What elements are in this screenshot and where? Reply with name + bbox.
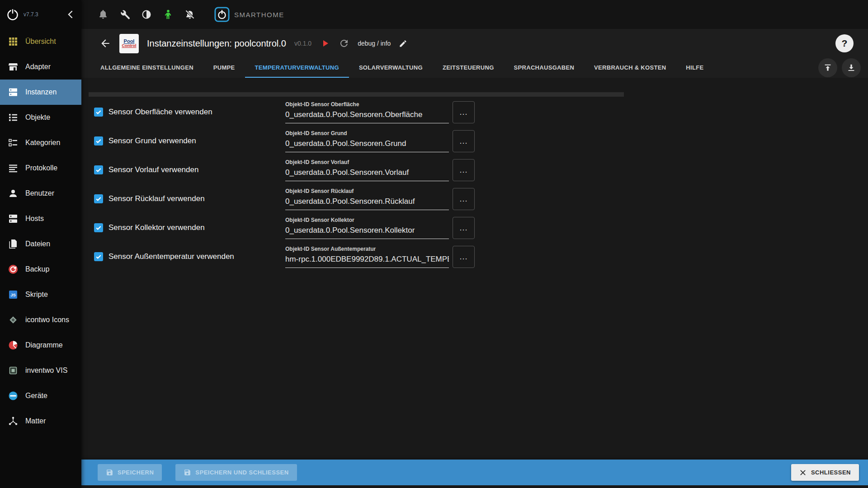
arrow-left-icon [99,38,111,49]
temperature-settings-form: Sensor Oberfläche verwenden Objekt-ID Se… [81,98,868,271]
settings-tabs: ALLGEMEINE EINSTELLUNGEN PUMPE TEMPERATU… [81,58,868,78]
sidebar-item-label: Instanzen [25,88,57,96]
sidebar-item-geraete[interactable]: Geräte [0,383,81,408]
sidebar-item-kategorien[interactable]: Kategorien [0,130,81,155]
expert-mode-icon[interactable] [163,9,174,20]
brand-name: SMARTHOME [234,11,284,19]
theme-contrast-icon[interactable] [141,9,152,20]
sidebar-item-backup[interactable]: Backup [0,257,81,282]
object-id-input[interactable]: 0_userdata.0.Pool.Sensoren.Kollektor [285,225,449,239]
sidebar-item-diagramme[interactable]: Diagramme [0,333,81,358]
instance-settings-header: Pool Control Instanzeinstellungen: poolc… [81,29,868,58]
log-level-label: debug / info [358,40,391,47]
adapter-logo: Pool Control [119,34,139,53]
sidebar-item-benutzer[interactable]: Benutzer [0,181,81,206]
tab-verbrauch-kosten[interactable]: VERBRAUCH & KOSTEN [584,58,676,78]
checkbox-sensor-grund[interactable] [94,136,103,145]
diamond-icon [8,314,19,325]
wrench-icon[interactable] [119,9,130,20]
backup-icon [8,264,19,275]
tab-sprachausgaben[interactable]: SPRACHAUSGABEN [504,58,585,78]
horizontal-scrollbar[interactable] [89,92,624,97]
sidebar-item-hosts[interactable]: Hosts [0,206,81,231]
object-id-input[interactable]: 0_userdata.0.Pool.Sensoren.Rücklauf [285,196,449,210]
sidebar-item-label: Protokolle [25,164,57,172]
object-id-input[interactable]: 0_userdata.0.Pool.Sensoren.Vorlauf [285,167,449,181]
close-button[interactable]: SCHLIESSEN [791,464,859,481]
reload-instance-button[interactable] [339,38,349,49]
object-id-input[interactable]: 0_userdata.0.Pool.Sensoren.Grund [285,138,449,152]
checkbox-sensor-vorlauf[interactable] [94,165,103,174]
form-row-aussentemperatur: Sensor Außentemperatur verwenden Objekt-… [81,242,868,271]
notifications-off-icon[interactable] [184,9,195,20]
form-row-kollektor: Sensor Kollektor verwenden Objekt-ID Sen… [81,213,868,242]
form-row-ruecklauf: Sensor Rücklauf verwenden Objekt-ID Sens… [81,184,868,213]
checkbox-label: Sensor Grund verwenden [108,136,196,145]
object-picker-button[interactable]: ... [453,217,475,239]
collapse-sidebar-button[interactable] [65,9,76,20]
object-id-input[interactable]: 0_userdata.0.Pool.Sensoren.Oberfläche [285,109,449,123]
checkbox-sensor-ruecklauf[interactable] [94,194,103,203]
pencil-icon [399,39,407,48]
tab-solarverwaltung[interactable]: SOLARVERWALTUNG [349,58,433,78]
sidebar-item-instanzen[interactable]: Instanzen [0,80,81,105]
sidebar-item-icontwo-icons[interactable]: icontwo Icons [0,307,81,333]
tab-pumpe[interactable]: PUMPE [203,58,245,78]
save-button-label: SPEICHERN [118,469,154,476]
sidebar-item-objekte[interactable]: Objekte [0,105,81,130]
sidebar-item-skripte[interactable]: JS Skripte [0,282,81,307]
sidebar: v7.7.3 Übersicht Adapter Instanzen Objek… [0,0,81,488]
back-button[interactable] [99,38,111,49]
iobroker-logo-icon [5,7,20,22]
form-row-grund: Sensor Grund verwenden Objekt-ID Sensor … [81,127,868,155]
object-picker-button[interactable]: ... [453,101,475,123]
object-picker-button[interactable]: ... [453,246,475,268]
bullet-list-icon [8,112,19,123]
object-picker-button[interactable]: ... [453,159,475,181]
sidebar-item-matter[interactable]: Matter [0,408,81,434]
object-id-input[interactable]: hm-rpc.1.000EDBE9992D89.1.ACTUAL_TEMPERA [285,253,449,268]
tab-temperaturverwaltung[interactable]: TEMPERATURVERWALTUNG [245,58,349,78]
sidebar-item-inventwo-vis[interactable]: inventwo VIS [0,358,81,383]
chevron-left-icon [65,9,76,20]
sidebar-item-label: Geräte [25,392,47,400]
sidebar-item-dateien[interactable]: Dateien [0,231,81,257]
checkbox-label: Sensor Außentemperatur verwenden [108,252,234,261]
sidebar-item-label: Objekte [25,113,50,122]
sidebar-item-label: Benutzer [25,189,54,197]
download-icon [846,63,856,73]
help-button[interactable]: ? [835,34,854,52]
save-icon [184,469,191,476]
admin-version: v7.7.3 [24,11,38,18]
file-copy-icon [8,239,19,249]
sidebar-item-label: Matter [25,417,46,425]
object-picker-button[interactable]: ... [453,188,475,210]
javascript-icon: JS [8,289,19,300]
matter-icon [8,416,19,427]
checkbox-sensor-aussentemperatur[interactable] [94,252,103,261]
field-label: Objekt-ID Sensor Vorlauf [285,159,449,165]
ballot-icon [8,137,19,148]
checkbox-sensor-kollektor[interactable] [94,223,103,232]
field-label: Objekt-ID Sensor Außentemperatur [285,246,449,252]
tab-allgemeine-einstellungen[interactable]: ALLGEMEINE EINSTELLUNGEN [90,58,203,78]
start-instance-button[interactable] [320,38,330,49]
upload-config-button[interactable] [818,58,837,77]
sidebar-item-uebersicht[interactable]: Übersicht [0,29,81,54]
sidebar-item-adapter[interactable]: Adapter [0,54,81,80]
sidebar-item-label: Dateien [25,240,50,248]
sidebar-item-protokolle[interactable]: Protokolle [0,155,81,181]
bell-icon[interactable] [98,9,108,20]
save-close-button-label: SPEICHERN UND SCHLIESSEN [195,469,288,476]
save-close-button[interactable]: SPEICHERN UND SCHLIESSEN [175,464,297,481]
topbar: SMARTHOME [81,0,868,29]
sidebar-item-label: Adapter [25,63,51,71]
checkbox-sensor-oberflaeche[interactable] [94,108,103,117]
tab-zeitsteuerung[interactable]: ZEITSTEUERUNG [433,58,504,78]
tab-hilfe[interactable]: HILFE [676,58,713,78]
object-picker-button[interactable]: ... [453,130,475,152]
checkbox-label: Sensor Rücklauf verwenden [108,194,205,203]
download-config-button[interactable] [842,58,861,77]
edit-loglevel-button[interactable] [399,39,407,48]
save-button[interactable]: SPEICHERN [98,464,162,481]
